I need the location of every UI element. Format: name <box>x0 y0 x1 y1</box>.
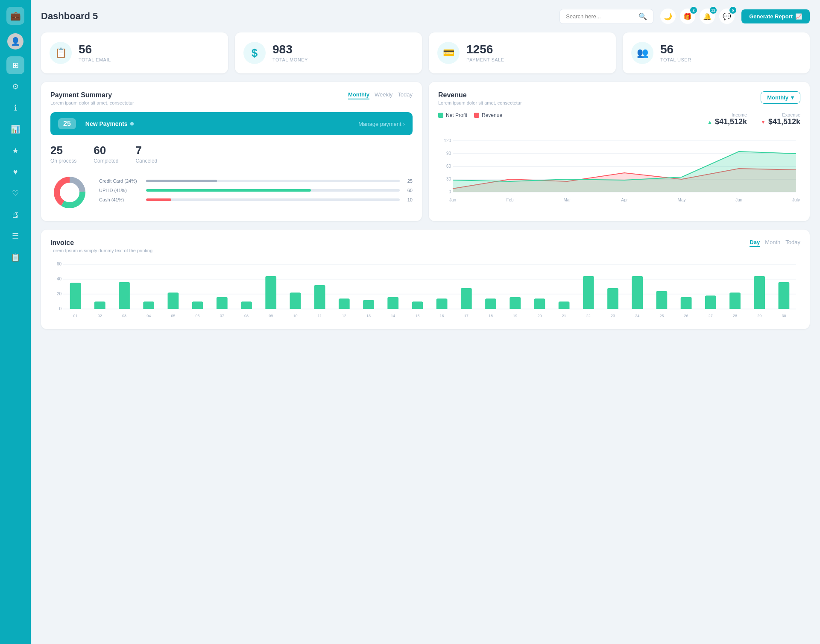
bar-track-upi <box>146 189 400 192</box>
sidebar-item-star[interactable]: ★ <box>6 142 24 160</box>
gift-icon-button[interactable]: 🎁 2 <box>680 9 695 24</box>
expense-amount: $41,512k <box>768 117 800 126</box>
revenue-title: Revenue <box>438 91 522 99</box>
bar-num-cash: 10 <box>404 197 413 202</box>
main-content: Dashboard 5 🔍 🌙 🎁 2 🔔 12 💬 5 Generate Re… <box>31 0 820 644</box>
new-payments-count: 25 <box>58 118 76 129</box>
theme-toggle-button[interactable]: 🌙 <box>660 9 676 24</box>
new-payments-text: New Payments <box>85 120 128 127</box>
payment-bars: Credit Card (24%) 25 UPI ID (41%) 60 <box>99 178 413 207</box>
stats-grid: 📋 56 TOTAL EMAIL $ 983 TOTAL MONEY 💳 125… <box>41 32 810 73</box>
payment-summary-subtitle: Lorem ipsum dolor sit amet, consectetur <box>50 100 134 105</box>
search-bar[interactable]: 🔍 <box>559 9 653 24</box>
bar-label-cash: Cash (41%) <box>99 197 142 202</box>
tab-invoice-day[interactable]: Day <box>750 239 760 247</box>
tab-monthly[interactable]: Monthly <box>348 91 369 99</box>
payment-summary-tabs: Monthly Weekly Today <box>348 91 413 99</box>
income-arrow-icon: ▲ <box>707 119 712 125</box>
income-label: Income <box>707 112 747 117</box>
user-icon: 👥 <box>631 42 653 64</box>
invoice-tabs: Day Month Today <box>750 239 800 247</box>
chart-bar-icon: 📈 <box>795 13 802 20</box>
sidebar-item-list[interactable]: ☰ <box>6 227 24 245</box>
stat-card-email: 📋 56 TOTAL EMAIL <box>41 32 228 73</box>
donut-chart <box>50 173 89 212</box>
sidebar-item-dashboard[interactable]: ⊞ <box>6 56 24 74</box>
money-number: 983 <box>272 44 308 55</box>
revenue-dot <box>474 113 479 118</box>
bar-row-credit: Credit Card (24%) 25 <box>99 178 413 184</box>
email-number: 56 <box>79 44 111 55</box>
page-title: Dashboard 5 <box>41 11 553 22</box>
bar-num-credit: 25 <box>404 178 413 184</box>
expense-label: Expense <box>761 112 800 117</box>
user-avatar[interactable]: 👤 <box>7 33 23 50</box>
revenue-legend: Net Profit Revenue <box>438 112 502 118</box>
bar-row-cash: Cash (41%) 10 <box>99 197 413 202</box>
income-amount: $41,512k <box>715 117 747 126</box>
search-input[interactable] <box>566 13 635 20</box>
manage-payment-text: Manage payment <box>358 121 401 127</box>
invoice-header: Invoice Lorem Ipsum is simply dummy text… <box>50 239 800 253</box>
payment-label: PAYMENT SALE <box>466 57 504 62</box>
bell-icon-button[interactable]: 🔔 12 <box>700 9 715 24</box>
message-icon-button[interactable]: 💬 5 <box>719 9 735 24</box>
canceled-stat: 7 Canceled <box>135 144 157 164</box>
expense-stat: Expense ▼ $41,512k <box>761 112 800 126</box>
manage-payment-link[interactable]: Manage payment › <box>358 121 405 127</box>
tab-weekly[interactable]: Weekly <box>375 91 392 99</box>
money-label: TOTAL MONEY <box>272 57 308 62</box>
sidebar-item-chart[interactable]: 📊 <box>6 120 24 138</box>
generate-report-button[interactable]: Generate Report 📈 <box>741 9 810 23</box>
header-icons: 🌙 🎁 2 🔔 12 💬 5 <box>660 9 735 24</box>
payment-number: 1256 <box>466 44 504 55</box>
revenue-dropdown-button[interactable]: Monthly ▾ <box>761 91 800 104</box>
completed-stat: 60 Completed <box>94 144 118 164</box>
sidebar-item-info[interactable]: ℹ <box>6 99 24 117</box>
legend-net-profit: Net Profit <box>438 112 467 118</box>
sidebar-item-settings[interactable]: ⚙ <box>6 78 24 96</box>
new-payments-left: 25 New Payments <box>58 118 134 129</box>
revenue-top: Net Profit Revenue Income ▲ $41,512k <box>438 112 800 132</box>
legend-revenue: Revenue <box>474 112 502 118</box>
invoice-subtitle: Lorem Ipsum is simply dummy text of the … <box>50 248 152 253</box>
stat-user-info: 56 TOTAL USER <box>660 44 691 62</box>
svg-point-3 <box>60 183 79 202</box>
revenue-chart <box>438 137 800 205</box>
revenue-header: Revenue Lorem ipsum dolor sit amet, cons… <box>438 91 800 105</box>
invoice-title-block: Invoice Lorem Ipsum is simply dummy text… <box>50 239 152 253</box>
payment-summary-header: Payment Summary Lorem ipsum dolor sit am… <box>50 91 413 105</box>
sidebar-logo: 💼 <box>6 7 24 25</box>
income-stat: Income ▲ $41,512k <box>707 112 747 126</box>
email-icon: 📋 <box>50 42 72 64</box>
payment-icon: 💳 <box>437 42 460 64</box>
new-payments-label: New Payments <box>85 120 134 127</box>
completed-label: Completed <box>94 158 118 164</box>
money-icon: $ <box>243 42 266 64</box>
payment-detail: Credit Card (24%) 25 UPI ID (41%) 60 <box>50 173 413 212</box>
user-label: TOTAL USER <box>660 57 691 62</box>
stat-card-money: $ 983 TOTAL MONEY <box>235 32 422 73</box>
bar-track-credit <box>146 180 400 182</box>
sidebar-item-heart2[interactable]: ♡ <box>6 184 24 202</box>
tab-today[interactable]: Today <box>398 91 413 99</box>
generate-report-label: Generate Report <box>749 13 793 20</box>
on-process-label: On process <box>50 158 76 164</box>
sidebar: 💼 👤 ⊞ ⚙ ℹ 📊 ★ ♥ ♡ 🖨 ☰ 📋 <box>0 0 31 644</box>
stat-money-info: 983 TOTAL MONEY <box>272 44 308 62</box>
bell-badge: 12 <box>710 7 717 14</box>
invoice-card: Invoice Lorem Ipsum is simply dummy text… <box>41 230 810 329</box>
tab-invoice-today[interactable]: Today <box>785 239 800 247</box>
bar-label-upi: UPI ID (41%) <box>99 188 142 193</box>
middle-grid: Payment Summary Lorem ipsum dolor sit am… <box>41 82 810 221</box>
revenue-label: Revenue <box>482 112 502 118</box>
payment-summary-card: Payment Summary Lorem ipsum dolor sit am… <box>41 82 422 221</box>
sidebar-item-print[interactable]: 🖨 <box>6 206 24 224</box>
gift-badge: 2 <box>690 7 697 14</box>
search-icon: 🔍 <box>638 12 647 20</box>
sidebar-item-heart1[interactable]: ♥ <box>6 163 24 181</box>
tab-invoice-month[interactable]: Month <box>765 239 780 247</box>
sidebar-item-clipboard[interactable]: 📋 <box>6 248 24 266</box>
stat-payment-info: 1256 PAYMENT SALE <box>466 44 504 62</box>
user-number: 56 <box>660 44 691 55</box>
